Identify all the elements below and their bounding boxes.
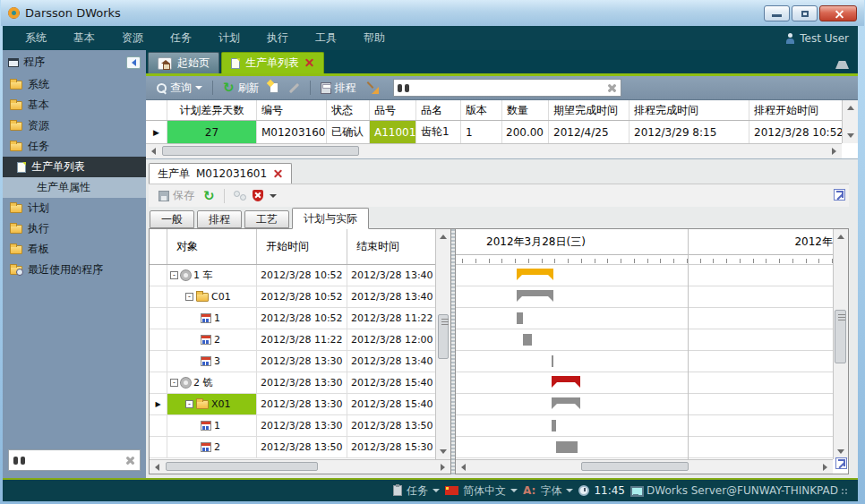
menu-item-3[interactable]: 任务	[157, 30, 205, 46]
gantt-horizontal-scrollbar[interactable]	[456, 459, 833, 474]
gantt-bar-6[interactable]	[552, 397, 580, 410]
plan-row-4[interactable]: 32012/3/28 13:302012/3/28 13:40	[150, 351, 450, 372]
sidebar-item-2[interactable]: 资源	[3, 115, 146, 136]
scroll-up-icon[interactable]	[436, 230, 450, 243]
grid-col-3[interactable]: 品号	[370, 100, 416, 120]
plan-row-7[interactable]: 12012/3/28 13:302012/3/28 13:50	[150, 415, 450, 437]
doc-tab-0[interactable]: 一般	[150, 210, 194, 228]
shield-icon[interactable]	[253, 190, 263, 201]
refresh-button[interactable]: ↻ 刷新	[220, 79, 262, 98]
scroll-right-icon[interactable]	[436, 460, 450, 474]
plan-row-5[interactable]: -2 铣2012/3/28 13:302012/3/28 15:40	[150, 372, 450, 394]
doc-tab-3[interactable]: 计划与实际	[292, 208, 369, 229]
task-menu[interactable]: 任务	[393, 483, 440, 499]
chevron-down-icon[interactable]	[270, 194, 277, 198]
collapse-expander-icon[interactable]: -	[170, 271, 178, 279]
doc-tab-1[interactable]: 排程	[197, 210, 242, 228]
plan-horizontal-scrollbar[interactable]	[150, 459, 450, 474]
scroll-up-icon[interactable]	[844, 101, 857, 115]
gantt-bar-5[interactable]	[552, 376, 580, 389]
restore-button[interactable]	[792, 5, 818, 21]
sidebar-item-5[interactable]: 生产单属性	[3, 177, 146, 198]
clear-search-icon[interactable]	[607, 83, 617, 93]
close-tab-icon[interactable]	[304, 58, 314, 68]
pin-icon[interactable]	[835, 56, 849, 73]
menu-item-6[interactable]: 工具	[302, 30, 350, 46]
sidebar-item-6[interactable]: 计划	[3, 198, 146, 218]
sidebar-item-9[interactable]: 最近使用的程序	[3, 260, 146, 280]
grid-col-7[interactable]: 期望完成时间	[549, 100, 629, 120]
col-object[interactable]: 对象	[167, 229, 257, 264]
scroll-right-icon[interactable]	[818, 460, 832, 474]
doc-tab-2[interactable]: 工艺	[244, 210, 289, 228]
col-start[interactable]: 开始时间	[257, 229, 347, 264]
scroll-down-icon[interactable]	[844, 129, 857, 142]
close-doc-icon[interactable]	[273, 169, 283, 179]
schedule-button[interactable]: 排程	[318, 79, 359, 98]
plan-row-1[interactable]: -C012012/3/28 10:522012/3/28 13:40	[150, 286, 450, 308]
save-button[interactable]: 保存	[156, 186, 197, 205]
scrollbar-thumb[interactable]	[581, 462, 689, 471]
grid-col-4[interactable]: 品名	[416, 100, 461, 120]
grid-horizontal-scrollbar[interactable]	[146, 143, 842, 158]
menu-item-0[interactable]: 系统	[12, 30, 60, 46]
tab-1[interactable]: 生产单列表	[221, 52, 324, 73]
plan-row-0[interactable]: -1 车2012/3/28 10:522012/3/28 13:40	[150, 265, 450, 286]
plan-row-8[interactable]: 22012/3/28 13:502012/3/28 15:30	[150, 437, 450, 458]
scrollbar-thumb[interactable]	[438, 314, 449, 359]
grid-col-2[interactable]: 状态	[327, 100, 370, 120]
sidebar-item-1[interactable]: 基本	[3, 95, 146, 115]
menu-item-5[interactable]: 执行	[253, 30, 302, 46]
collapse-expander-icon[interactable]: -	[185, 400, 193, 408]
tab-0[interactable]: 起始页	[148, 52, 219, 73]
gantt-bar-0[interactable]	[517, 269, 553, 281]
refresh-doc-icon[interactable]: ↻	[203, 191, 215, 201]
scrollbar-thumb[interactable]	[162, 146, 359, 156]
gantt-bar-3[interactable]	[523, 334, 532, 346]
scroll-down-icon[interactable]	[436, 445, 450, 458]
menu-item-2[interactable]: 资源	[108, 30, 157, 46]
language-menu[interactable]: 简体中文	[445, 483, 518, 499]
gantt-bar-2[interactable]	[517, 312, 523, 324]
grid-col-9[interactable]: 排程开始时间	[749, 100, 846, 120]
collapse-expander-icon[interactable]: -	[170, 379, 178, 387]
new-button[interactable]	[267, 81, 281, 95]
plan-vertical-scrollbar[interactable]	[435, 229, 450, 459]
plan-row-3[interactable]: 22012/3/28 11:222012/3/28 12:00	[150, 329, 450, 351]
resize-grip[interactable]	[842, 489, 849, 496]
clean-button[interactable]	[364, 81, 381, 96]
col-end[interactable]: 结束时间	[347, 229, 437, 264]
gantt-bar-4[interactable]	[552, 355, 553, 367]
scrollbar-thumb[interactable]	[835, 310, 846, 363]
sidebar-item-7[interactable]: 执行	[3, 218, 146, 239]
gantt-bar-7[interactable]	[552, 420, 556, 431]
scrollbar-thumb[interactable]	[166, 462, 318, 471]
scroll-up-icon[interactable]	[834, 230, 847, 243]
font-menu[interactable]: A: 字体	[523, 483, 573, 499]
plan-row-2[interactable]: 12012/3/28 10:522012/3/28 11:22	[150, 308, 450, 329]
scroll-left-icon[interactable]	[457, 460, 470, 474]
grid-vertical-scrollbar[interactable]	[842, 100, 858, 143]
scroll-left-icon[interactable]	[147, 144, 160, 158]
order-doc-tab[interactable]: 生产单 M012031601	[149, 163, 292, 184]
sidebar-item-0[interactable]: 系统	[3, 74, 146, 95]
grid-col-6[interactable]: 数量	[502, 100, 549, 120]
minimize-button[interactable]	[764, 5, 790, 21]
edit-button[interactable]	[286, 85, 303, 91]
sidebar-item-8[interactable]: 看板	[3, 239, 146, 260]
grid-col-0[interactable]: 计划差异天数	[167, 100, 257, 120]
collapse-expander-icon[interactable]: -	[185, 293, 193, 301]
scroll-left-icon[interactable]	[150, 460, 164, 474]
gantt-bar-8[interactable]	[556, 441, 578, 453]
gantt-vertical-scrollbar[interactable]	[833, 229, 848, 459]
popout-icon[interactable]	[834, 189, 845, 201]
toolbar-search-input[interactable]	[413, 81, 604, 95]
sidebar-collapse-button[interactable]	[126, 56, 141, 69]
user-box[interactable]: Test User	[785, 32, 849, 45]
grid-col-1[interactable]: 编号	[257, 100, 327, 120]
popout-icon[interactable]	[835, 457, 847, 469]
close-button[interactable]	[819, 5, 857, 21]
gantt-bar-1[interactable]	[517, 290, 553, 303]
grid-col-5[interactable]: 版本	[461, 100, 502, 120]
clear-search-icon[interactable]	[125, 456, 135, 466]
